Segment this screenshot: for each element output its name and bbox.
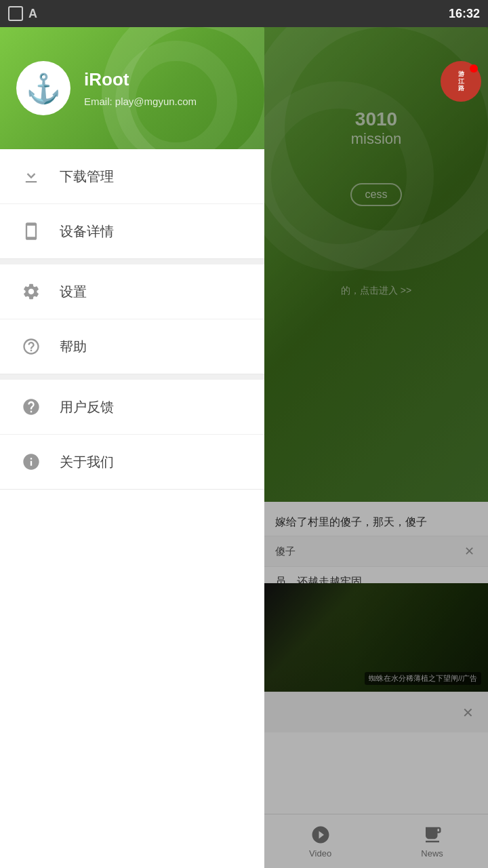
user-email: Email: play@mgyun.com — [84, 96, 197, 107]
sidebar-item-device[interactable]: 设备详情 — [0, 204, 264, 258]
avatar: ⚓ — [16, 61, 70, 115]
status-bar: A 16:32 — [0, 0, 488, 27]
status-square-icon — [8, 6, 23, 21]
device-icon — [19, 219, 43, 243]
feedback-icon — [19, 395, 43, 419]
anchor-icon: ⚓ — [26, 72, 61, 105]
sidebar-item-help[interactable]: 帮助 — [0, 319, 264, 374]
about-icon — [19, 450, 43, 474]
status-time: 16:32 — [449, 7, 480, 21]
user-info: iRoot Email: play@mgyun.com — [84, 69, 197, 107]
menu-divider-2 — [0, 374, 264, 380]
badge-text: 游江路 — [458, 71, 464, 92]
about-label: 关于我们 — [60, 453, 114, 471]
menu-divider-1 — [0, 259, 264, 264]
settings-icon — [19, 279, 43, 304]
sidebar-item-feedback[interactable]: 用户反馈 — [0, 380, 264, 435]
app-name: iRoot — [84, 69, 197, 90]
drawer-menu: 下载管理 设备详情 设置 — [0, 149, 264, 868]
sidebar-item-about[interactable]: 关于我们 — [0, 435, 264, 489]
drawer-header: ⚓ iRoot Email: play@mgyun.com — [0, 27, 264, 149]
drawer-overlay[interactable] — [264, 27, 488, 868]
feedback-label: 用户反馈 — [60, 398, 114, 416]
help-icon — [19, 334, 43, 359]
menu-section-2: 设置 帮助 — [0, 264, 264, 374]
badge-dot — [470, 64, 478, 73]
menu-section-3: 用户反馈 关于我们 — [0, 380, 264, 490]
device-label: 设备详情 — [60, 222, 114, 241]
status-bar-left: A — [8, 6, 37, 21]
help-label: 帮助 — [60, 338, 87, 356]
menu-section-1: 下载管理 设备详情 — [0, 149, 264, 259]
status-a-icon: A — [28, 7, 37, 21]
settings-label: 设置 — [60, 283, 87, 301]
drawer: ⚓ iRoot Email: play@mgyun.com 下载管理 — [0, 27, 264, 868]
sidebar-item-download[interactable]: 下载管理 — [0, 149, 264, 204]
sidebar-item-settings[interactable]: 设置 — [0, 264, 264, 319]
download-icon — [19, 164, 43, 189]
top-badge[interactable]: 游江路 — [441, 61, 481, 102]
download-label: 下载管理 — [60, 167, 114, 186]
